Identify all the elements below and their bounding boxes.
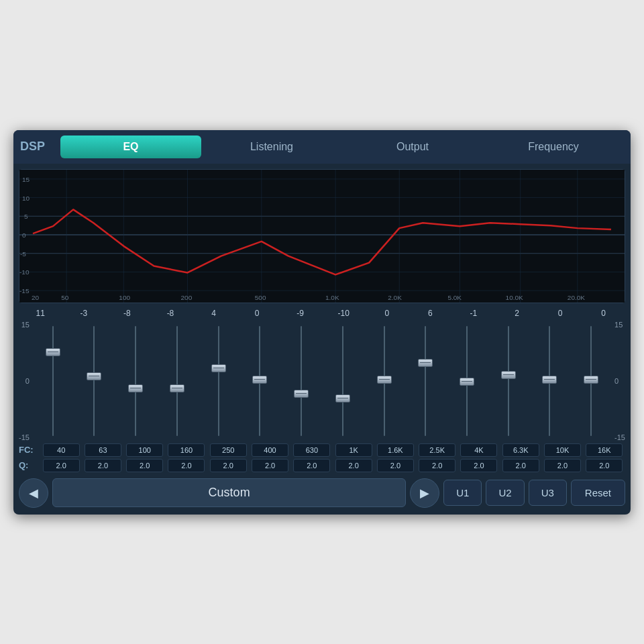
svg-text:50: 50 — [61, 294, 69, 301]
q-cell-12[interactable]: 2.0 — [544, 459, 581, 472]
fader-8[interactable] — [365, 321, 404, 441]
fc-cell-2[interactable]: 100 — [126, 443, 163, 457]
fc-cell-6[interactable]: 630 — [293, 443, 330, 457]
fader-handle-3[interactable] — [170, 384, 184, 392]
fader-handle-6[interactable] — [294, 390, 309, 398]
q-label: Q: — [19, 460, 40, 470]
tab-frequency[interactable]: Frequency — [483, 136, 624, 158]
fc-cell-3[interactable]: 160 — [168, 443, 205, 457]
fader-handle-4[interactable] — [211, 364, 226, 372]
q-cell-2[interactable]: 2.0 — [126, 459, 163, 472]
fader-handle-5[interactable] — [252, 376, 267, 384]
scale-right: 15 0 -15 — [612, 321, 625, 441]
q-cell-5[interactable]: 2.0 — [252, 459, 288, 472]
fader-0[interactable] — [34, 321, 72, 441]
fader-12[interactable] — [530, 321, 569, 441]
q-cell-3[interactable]: 2.0 — [168, 459, 205, 472]
q-cell-11[interactable]: 2.0 — [502, 459, 539, 472]
fader-handle-7[interactable] — [335, 394, 350, 402]
fader-val-8: 0 — [368, 309, 407, 318]
fader-val-2: -8 — [107, 309, 146, 318]
prev-button[interactable]: ◀ — [19, 478, 48, 508]
q-cell-4[interactable]: 2.0 — [210, 459, 247, 472]
q-cell-9[interactable]: 2.0 — [419, 459, 455, 472]
fc-row: FC: 40631001602504006301K1.6K2.5K4K6.3K1… — [19, 443, 625, 457]
q-cell-10[interactable]: 2.0 — [460, 459, 497, 472]
svg-text:15: 15 — [22, 175, 30, 182]
q-cell-6[interactable]: 2.0 — [293, 459, 330, 472]
fc-cell-11[interactable]: 6.3K — [502, 443, 539, 457]
fader-handle-0[interactable] — [46, 348, 60, 356]
q-cell-8[interactable]: 2.0 — [377, 459, 414, 472]
fader-13[interactable] — [572, 321, 610, 441]
svg-text:10.0K: 10.0K — [506, 294, 524, 301]
fader-handle-12[interactable] — [542, 376, 557, 384]
fader-9[interactable] — [406, 321, 445, 441]
u2-button[interactable]: U2 — [486, 480, 524, 506]
fader-2[interactable] — [116, 321, 155, 441]
q-cell-7[interactable]: 2.0 — [335, 459, 372, 472]
fader-handle-11[interactable] — [501, 371, 516, 379]
reset-button[interactable]: Reset — [571, 480, 625, 506]
fader-handle-9[interactable] — [418, 359, 433, 367]
fader-7[interactable] — [323, 321, 362, 441]
fader-5[interactable] — [240, 321, 279, 441]
fader-handle-8[interactable] — [377, 376, 392, 384]
fader-val-9: 6 — [411, 309, 449, 318]
svg-text:0: 0 — [22, 231, 26, 239]
preset-label[interactable]: Custom — [52, 478, 406, 507]
fc-cell-1[interactable]: 63 — [85, 443, 121, 457]
fader-10[interactable] — [447, 321, 486, 441]
fader-handle-10[interactable] — [460, 378, 474, 386]
app-container: DSP EQ Listening Output Frequency — [13, 130, 631, 515]
fc-cell-5[interactable]: 400 — [252, 443, 288, 457]
fc-cell-4[interactable]: 250 — [210, 443, 247, 457]
fader-handle-1[interactable] — [87, 372, 101, 380]
fc-cell-13[interactable]: 16K — [586, 443, 623, 457]
q-cell-13[interactable]: 2.0 — [586, 459, 623, 472]
svg-text:10: 10 — [22, 194, 30, 201]
svg-text:-10: -10 — [19, 268, 30, 276]
faders-list — [32, 321, 612, 441]
fader-6[interactable] — [282, 321, 321, 441]
u1-button[interactable]: U1 — [443, 480, 482, 506]
fader-track-9 — [425, 326, 426, 436]
svg-text:500: 500 — [255, 294, 266, 301]
fc-cell-7[interactable]: 1K — [335, 443, 372, 457]
fader-11[interactable] — [489, 321, 528, 441]
fader-track-4 — [218, 326, 219, 436]
bottom-controls: ◀ Custom ▶ U1 U2 U3 Reset — [13, 474, 631, 515]
fader-handle-13[interactable] — [584, 376, 598, 384]
q-row: Q: 2.02.02.02.02.02.02.02.02.02.02.02.02… — [19, 459, 625, 472]
fader-track-6 — [301, 326, 302, 436]
q-cell-1[interactable]: 2.0 — [85, 459, 121, 472]
next-button[interactable]: ▶ — [410, 478, 439, 508]
u3-button[interactable]: U3 — [529, 480, 567, 506]
svg-text:100: 100 — [119, 294, 130, 301]
fader-track-3 — [176, 326, 178, 436]
svg-text:-5: -5 — [20, 250, 26, 257]
fader-val-1: -3 — [64, 309, 103, 318]
fader-track-1 — [93, 326, 95, 436]
fader-track-11 — [508, 326, 509, 436]
svg-text:-15: -15 — [19, 287, 30, 294]
q-cell-0[interactable]: 2.0 — [43, 459, 80, 472]
fader-val-12: 0 — [541, 309, 580, 318]
fc-cell-9[interactable]: 2.5K — [419, 443, 455, 457]
fc-cell-10[interactable]: 4K — [460, 443, 497, 457]
tab-listening[interactable]: Listening — [201, 136, 342, 158]
fader-4[interactable] — [199, 321, 238, 441]
fc-cell-8[interactable]: 1.6K — [377, 443, 414, 457]
fader-track-10 — [466, 326, 468, 436]
fc-cell-0[interactable]: 40 — [43, 443, 80, 457]
tab-output[interactable]: Output — [342, 136, 483, 158]
fader-3[interactable] — [158, 321, 197, 441]
fader-val-6: -9 — [281, 309, 320, 318]
fc-cell-12[interactable]: 10K — [544, 443, 581, 457]
fader-1[interactable] — [74, 321, 113, 441]
tab-eq[interactable]: EQ — [60, 136, 201, 158]
fader-val-11: 2 — [497, 309, 536, 318]
eq-chart[interactable]: 15 10 5 0 -5 -10 -15 20 50 100 200 500 1… — [19, 169, 625, 303]
fader-handle-2[interactable] — [128, 384, 143, 392]
faders-section: 11 -3 -8 -8 4 0 -9 -10 0 6 -1 2 0 0 15 0… — [13, 309, 631, 441]
